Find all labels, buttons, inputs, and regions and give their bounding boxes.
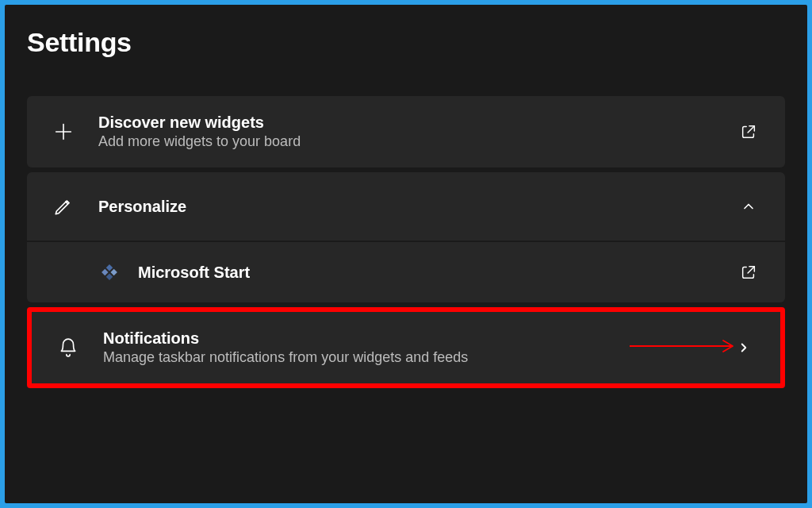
svg-rect-3 [110,269,117,275]
personalize-row[interactable]: Personalize [27,172,785,241]
personalize-group: Personalize Microsoft Start [27,172,785,302]
notifications-text: Notifications Manage taskbar notificatio… [103,329,731,366]
external-link-icon [736,123,761,140]
svg-rect-5 [106,273,113,279]
microsoft-start-icon [98,263,121,282]
microsoft-start-label: Microsoft Start [138,264,736,282]
settings-panel: Settings Discover new widgets Add more w… [5,5,807,503]
notifications-subtitle: Manage taskbar notifications from your w… [103,349,731,366]
discover-widgets-title: Discover new widgets [98,114,736,132]
annotation-highlight: Notifications Manage taskbar notificatio… [27,307,785,388]
discover-widgets-text: Discover new widgets Add more widgets to… [98,114,736,150]
bell-icon [49,337,87,358]
notifications-row[interactable]: Notifications Manage taskbar notificatio… [32,312,780,383]
chevron-right-icon [731,341,756,355]
svg-rect-2 [106,264,113,271]
pencil-icon [44,196,82,217]
chevron-up-icon [736,198,761,214]
personalize-text: Personalize [98,198,736,216]
discover-widgets-subtitle: Add more widgets to your board [98,133,736,150]
notifications-title: Notifications [103,329,731,348]
microsoft-start-row[interactable]: Microsoft Start [27,242,785,302]
external-link-icon [736,264,761,281]
discover-widgets-row[interactable]: Discover new widgets Add more widgets to… [27,96,785,167]
personalize-title: Personalize [98,198,736,216]
plus-icon [44,121,82,143]
page-title: Settings [27,27,785,58]
svg-rect-4 [102,269,108,275]
